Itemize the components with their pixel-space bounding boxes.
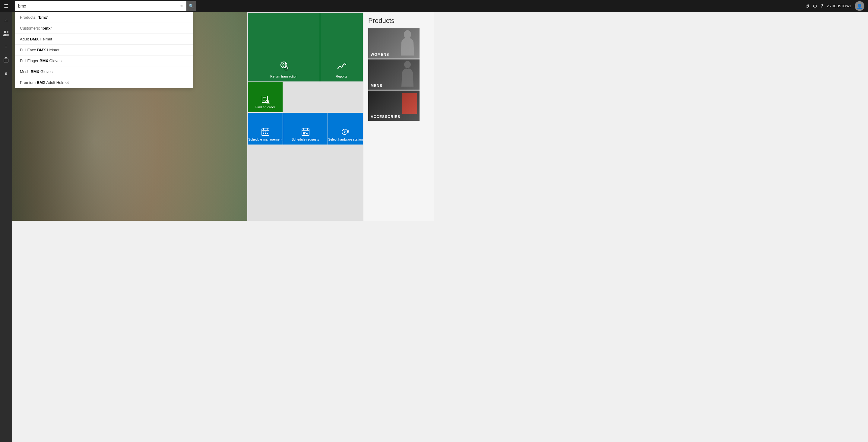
hamburger-icon: ☰ bbox=[4, 3, 8, 9]
select-hw-icon bbox=[341, 127, 350, 138]
suggestion-products[interactable]: Products: "bmx" bbox=[15, 12, 193, 23]
bag-icon bbox=[3, 57, 9, 64]
search-dropdown: Products: "bmx" Customers: "bmx" Adult B… bbox=[15, 12, 193, 88]
tiles-row-2: Find an order bbox=[248, 82, 363, 112]
product-card-womens[interactable]: WOMENS bbox=[368, 28, 420, 59]
find-order-icon bbox=[261, 95, 270, 105]
sidebar-item-customers[interactable] bbox=[0, 28, 12, 40]
tile-find-order-label: Find an order bbox=[255, 105, 275, 109]
svg-point-2 bbox=[7, 31, 8, 33]
svg-point-32 bbox=[404, 30, 411, 39]
tiles-row-3: Schedule management Schedule requests bbox=[248, 113, 363, 145]
suggestion-premium-bmx[interactable]: Premium BMX Adult Helmet bbox=[15, 77, 193, 88]
svg-rect-20 bbox=[265, 133, 266, 134]
suggestion-customers[interactable]: Customers: "bmx" bbox=[15, 23, 193, 34]
tile-schedule-requests[interactable]: Schedule requests bbox=[283, 113, 328, 145]
svg-rect-18 bbox=[265, 131, 266, 132]
svg-line-9 bbox=[269, 103, 269, 104]
reports-icon bbox=[336, 61, 347, 75]
tiles-row-1: Return transaction Reports bbox=[248, 13, 363, 82]
tile-return-transaction-label: Return transaction bbox=[270, 75, 298, 79]
svg-point-33 bbox=[404, 61, 411, 68]
suggestion-mesh-bmx[interactable]: Mesh BMX Gloves bbox=[15, 66, 193, 77]
sidebar-item-home[interactable]: ⌂ bbox=[0, 14, 12, 27]
tile-reports[interactable]: Reports bbox=[320, 13, 363, 82]
tile-reports-label: Reports bbox=[336, 75, 347, 79]
svg-point-0 bbox=[4, 31, 6, 33]
tiles-row-2-right bbox=[283, 82, 363, 112]
search-clear-button[interactable]: ✕ bbox=[177, 1, 186, 11]
suggestion-adult-bmx-helmet-text: Adult BMX Helmet bbox=[20, 37, 52, 41]
suggestion-full-face-bmx-text: Full Face BMX Helmet bbox=[20, 48, 59, 52]
suggestion-full-face-bmx[interactable]: Full Face BMX Helmet bbox=[15, 45, 193, 56]
tile-schedule-management-label: Schedule management bbox=[248, 138, 282, 142]
tile-schedule-management[interactable]: Schedule management bbox=[248, 113, 283, 145]
sidebar-item-menu[interactable]: ≡ bbox=[0, 41, 12, 53]
svg-point-27 bbox=[342, 129, 347, 135]
tiles-area: Return transaction Reports bbox=[247, 12, 364, 221]
svg-rect-21 bbox=[267, 133, 268, 134]
clear-icon: ✕ bbox=[180, 4, 183, 8]
svg-rect-7 bbox=[262, 96, 268, 102]
products-panel-title: Products bbox=[368, 17, 429, 25]
tile-select-hardware-station-label: Select hardware station bbox=[328, 138, 363, 142]
customers-icon bbox=[3, 30, 9, 37]
product-accessories-label: ACCESSORIES bbox=[371, 115, 400, 119]
suggestion-mesh-bmx-text: Mesh BMX Gloves bbox=[20, 69, 53, 74]
svg-rect-4 bbox=[4, 59, 8, 62]
tile-schedule-requests-label: Schedule requests bbox=[292, 138, 319, 142]
cart-count-label: 0 bbox=[5, 71, 7, 76]
product-card-accessories[interactable]: ACCESSORIES bbox=[368, 90, 420, 121]
tile-select-hardware-station[interactable]: Select hardware station bbox=[328, 113, 363, 145]
sidebar-item-products[interactable] bbox=[0, 54, 12, 66]
home-icon: ⌂ bbox=[4, 18, 7, 23]
return-transaction-icon bbox=[278, 61, 289, 75]
products-panel: Products WOMENS MENS ACCESSORIES bbox=[364, 12, 434, 221]
suggestion-full-finger-bmx[interactable]: Full Finger BMX Gloves bbox=[15, 56, 193, 66]
suggestion-customers-text: Customers: "bmx" bbox=[20, 26, 52, 30]
svg-point-3 bbox=[6, 34, 9, 36]
search-icon: 🔍 bbox=[189, 4, 194, 8]
sidebar-cart-count[interactable]: 0 bbox=[0, 67, 12, 80]
suggestion-full-finger-bmx-text: Full Finger BMX Gloves bbox=[20, 59, 62, 63]
suggestion-adult-bmx-helmet[interactable]: Adult BMX Helmet bbox=[15, 34, 193, 45]
menu-icon: ≡ bbox=[4, 45, 7, 50]
product-womens-label: WOMENS bbox=[371, 53, 389, 57]
product-mens-label: MENS bbox=[371, 84, 382, 88]
topbar: ☰ ✕ 🔍 ↺ ⚙ ? 2 - HOUSTON-1 👤 bbox=[0, 0, 434, 12]
suggestion-products-text: Products: "bmx" bbox=[20, 15, 49, 20]
search-icons: ✕ 🔍 bbox=[177, 1, 196, 11]
tile-return-transaction[interactable]: Return transaction bbox=[248, 13, 320, 82]
suggestion-premium-bmx-text: Premium BMX Adult Helmet bbox=[20, 80, 69, 85]
search-go-button[interactable]: 🔍 bbox=[186, 1, 196, 11]
hamburger-button[interactable]: ☰ bbox=[0, 0, 12, 12]
tile-find-order[interactable]: Find an order bbox=[248, 82, 283, 112]
sidebar: ⌂ ≡ 0 bbox=[0, 12, 12, 221]
schedule-mgmt-icon bbox=[261, 127, 270, 138]
svg-rect-17 bbox=[263, 131, 264, 132]
search-wrapper: ✕ 🔍 bbox=[15, 1, 196, 11]
svg-rect-19 bbox=[263, 133, 264, 134]
product-card-mens[interactable]: MENS bbox=[368, 59, 420, 90]
schedule-req-icon bbox=[301, 127, 310, 138]
search-input[interactable] bbox=[15, 1, 196, 11]
